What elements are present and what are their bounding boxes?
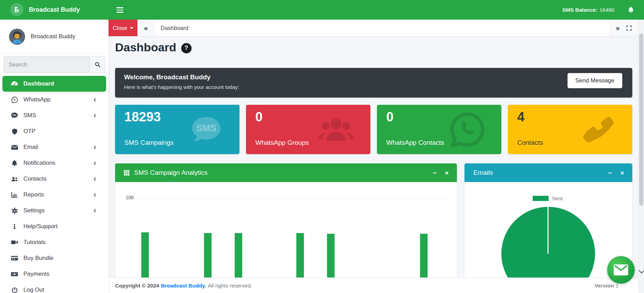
sidebar-item-label: Tutorials xyxy=(23,239,46,246)
sidebar-item-label: Dashboard xyxy=(23,80,54,87)
brand-logo[interactable] xyxy=(10,3,23,16)
analytics-panel-header: SMS Campaign Analytics − × xyxy=(115,163,457,182)
footer-brand-link[interactable]: Broadcast Buddy. xyxy=(161,283,206,289)
credit-card-icon xyxy=(10,254,19,262)
video-icon xyxy=(10,238,19,246)
vertical-scrollbar[interactable] xyxy=(638,20,644,293)
sidebar: Broadcast Buddy Dashboard Whats xyxy=(0,20,109,293)
brand-name[interactable]: Broadcast Buddy xyxy=(29,0,80,20)
close-panel-button[interactable]: × xyxy=(620,170,624,176)
sms-campaign-analytics-panel: SMS Campaign Analytics − × 100 xyxy=(115,163,457,277)
broadcast-buddy-dashboard: Broadcast Buddy SMS Balance: 16480 Br xyxy=(0,0,644,293)
pie-chart: Sent xyxy=(464,182,632,277)
sidebar-item-label: Payments xyxy=(23,271,50,277)
chevron-left-icon xyxy=(93,145,97,150)
close-button-label: Close xyxy=(113,25,127,31)
analytics-panel-title: SMS Campaign Analytics xyxy=(134,169,207,176)
chat-widget-button[interactable] xyxy=(607,256,635,284)
welcome-card: Welcome, Broadcast Buddy Here is what’s … xyxy=(115,68,632,98)
sidebar-item-dashboard[interactable]: Dashboard xyxy=(2,76,106,92)
toolbar-right-controls: » xyxy=(610,20,638,36)
stat-label: Contacts xyxy=(517,139,543,146)
info-icon xyxy=(10,222,19,231)
stat-card[interactable]: 0 WhatsApp Contacts xyxy=(377,105,501,154)
bar xyxy=(296,233,304,277)
emails-panel: Emails − × Sent xyxy=(464,163,632,277)
sidebar-item-buy-bundle[interactable]: Buy Bundle xyxy=(2,250,106,266)
help-icon[interactable]: ? xyxy=(181,43,192,53)
avatar[interactable] xyxy=(9,29,25,45)
send-message-button[interactable]: Send Message xyxy=(568,73,622,88)
hamburger-menu-icon[interactable] xyxy=(116,6,125,14)
bar xyxy=(204,233,212,277)
fullscreen-button[interactable] xyxy=(626,25,632,31)
users-icon xyxy=(10,175,19,183)
whatsapp-icon xyxy=(10,95,19,104)
sidebar-item-label: Help/Support xyxy=(23,223,58,230)
chevron-left-icon xyxy=(93,193,97,197)
sidebar-item-email[interactable]: Email xyxy=(2,139,106,155)
welcome-subtitle: Here is what’s happening with your accou… xyxy=(124,84,239,90)
sidebar-item-label: Reports xyxy=(23,191,44,198)
tab-dashboard[interactable]: Dashboard xyxy=(161,20,188,36)
sidebar-item-help-support[interactable]: Help/Support xyxy=(2,219,106,234)
stat-value: 0 xyxy=(386,110,393,124)
sms-bubble-icon: SMS xyxy=(10,111,19,120)
close-panel-button[interactable]: × xyxy=(445,170,449,176)
expand-tabs-button[interactable]: » xyxy=(616,24,620,32)
bar xyxy=(327,234,335,277)
sidebar-item-sms[interactable]: SMS SMS xyxy=(2,108,106,123)
topbar: Broadcast Buddy SMS Balance: 16480 xyxy=(0,0,644,20)
sidebar-search xyxy=(3,56,105,73)
minimize-panel-button[interactable]: − xyxy=(433,170,437,176)
search-input[interactable] xyxy=(4,57,90,73)
legend-swatch-sent xyxy=(533,196,549,201)
sidebar-item-label: SMS xyxy=(23,112,36,119)
sidebar-item-label: Contacts xyxy=(23,175,47,182)
welcome-title: Welcome, Broadcast Buddy xyxy=(124,73,211,81)
pie-legend: Sent xyxy=(533,195,563,201)
stat-card[interactable]: 4 Contacts xyxy=(508,105,632,154)
copyright-prefix: Copyright © 2024 xyxy=(115,283,159,289)
caret-down-icon xyxy=(130,27,133,29)
sidebar-item-label: Log Out xyxy=(23,286,44,293)
stat-label: SMS Campaings xyxy=(124,139,174,146)
sms-balance: SMS Balance: 16480 xyxy=(562,0,614,20)
sidebar-user-panel: Broadcast Buddy xyxy=(0,20,109,54)
search-button[interactable] xyxy=(90,57,105,73)
sidebar-item-contacts[interactable]: Contacts xyxy=(2,171,106,187)
pie-slice-divider xyxy=(548,207,549,254)
bar xyxy=(235,233,242,277)
scroll-down-arrow-icon[interactable] xyxy=(639,268,644,274)
sidebar-item-reports[interactable]: Reports xyxy=(2,187,106,203)
stat-card[interactable]: 18293 SMS Campaings SMS xyxy=(115,105,239,154)
close-dropdown-button[interactable]: Close xyxy=(109,20,137,36)
fullscreen-icon xyxy=(626,25,632,31)
sidebar-item-settings[interactable]: Settings xyxy=(2,203,106,219)
sidebar-item-payments[interactable]: 1 Payments xyxy=(2,266,106,282)
collapse-tabs-button[interactable]: « xyxy=(137,20,155,36)
sidebar-item-otp[interactable]: OTP xyxy=(2,123,106,139)
sidebar-user-name[interactable]: Broadcast Buddy xyxy=(31,33,75,40)
sidebar-item-label: Settings xyxy=(23,207,44,214)
stat-card[interactable]: 0 WhatsApp Groups xyxy=(246,105,370,154)
sms-speech-bubble-icon: SMS xyxy=(178,109,232,150)
stat-value: 18293 xyxy=(124,110,161,124)
sidebar-item-label: Buy Bundle xyxy=(23,255,53,262)
emails-panel-title: Emails xyxy=(473,169,493,176)
notifications-bell-icon[interactable] xyxy=(627,6,635,13)
sidebar-item-whatsapp[interactable]: WhatsApp xyxy=(2,92,106,108)
sidebar-item-tutorials[interactable]: Tutorials xyxy=(2,234,106,250)
sidebar-item-notifications[interactable]: Notifications xyxy=(2,155,106,171)
user-group-icon xyxy=(309,109,363,150)
gauge-icon xyxy=(10,80,19,88)
sidebar-item-label: Notifications xyxy=(23,160,55,166)
search-icon xyxy=(94,61,101,68)
sidebar-item-log-out[interactable]: Log Out xyxy=(2,282,106,293)
copyright-suffix: All rights reserved. xyxy=(208,283,252,289)
grid-icon xyxy=(123,170,130,176)
chevron-left-icon xyxy=(93,161,97,165)
scrollbar-thumb[interactable] xyxy=(639,33,643,206)
bar-chart-icon xyxy=(10,191,19,199)
minimize-panel-button[interactable]: − xyxy=(608,170,612,176)
